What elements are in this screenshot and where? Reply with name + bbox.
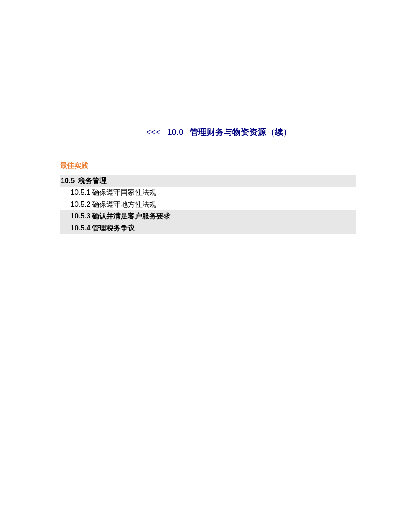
page-title: <<< 10.0 管理财务与物资资源（续）: [0, 0, 411, 138]
item-number: 10.5.4: [71, 224, 90, 232]
list-item: 10.5.3 确认并满足客户服务要求: [60, 210, 356, 222]
title-text: 管理财务与物资资源（续）: [190, 127, 292, 137]
list-item: 10.5.4 管理税务争议: [60, 222, 356, 234]
list-item: 10.5.1 确保遵守国家性法规: [60, 187, 356, 198]
section-heading: 10.5 税务管理: [60, 175, 356, 187]
item-number: 10.5.3: [71, 212, 90, 220]
item-text: 管理税务争议: [92, 224, 135, 232]
section-title: 税务管理: [78, 177, 107, 184]
item-number: 10.5.2: [71, 201, 90, 208]
title-number: 10.0: [167, 127, 184, 137]
item-text: 确认并满足客户服务要求: [92, 212, 171, 220]
item-text: 确保遵守地方性法规: [92, 201, 156, 208]
list-item: 10.5.2 确保遵守地方性法规: [60, 199, 356, 210]
content-section: 10.5 税务管理 10.5.1 确保遵守国家性法规 10.5.2 确保遵守地方…: [60, 175, 356, 234]
item-number: 10.5.1: [71, 189, 90, 196]
best-practice-label: 最佳实践: [60, 161, 411, 171]
section-number: 10.5: [61, 177, 75, 184]
item-text: 确保遵守国家性法规: [92, 189, 156, 196]
title-prefix: <<<: [146, 127, 160, 137]
